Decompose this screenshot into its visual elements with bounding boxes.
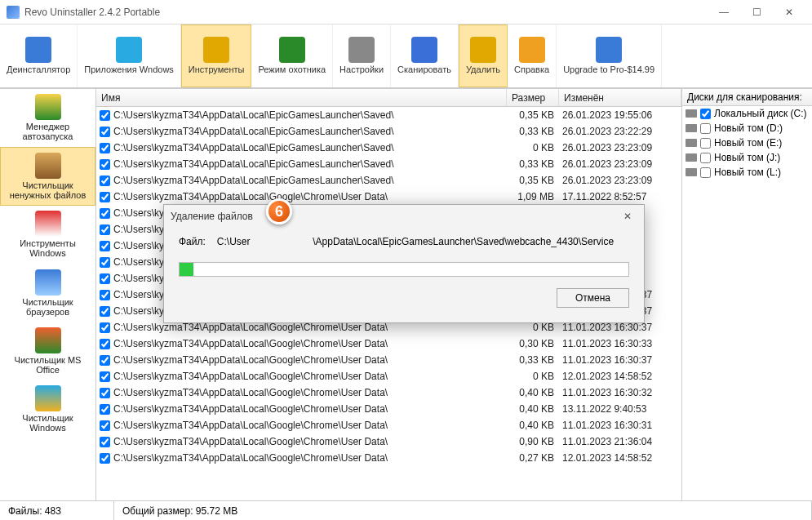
row-checkbox[interactable]: [100, 339, 110, 349]
toolbar-сканировать[interactable]: Сканировать: [391, 24, 459, 87]
cell-name: C:\Users\kyzmaT34\AppData\Local\EpicGame…: [113, 109, 507, 121]
disk-checkbox[interactable]: [700, 153, 711, 163]
table-row[interactable]: C:\Users\kyzmaT34\AppData\Local\EpicGame…: [96, 140, 681, 156]
table-row[interactable]: C:\Users\kyzmaT34\AppData\Local\EpicGame…: [96, 107, 681, 123]
minimize-button[interactable]: —: [708, 1, 740, 24]
table-row[interactable]: C:\Users\kyzmaT34\AppData\Local\Google\C…: [96, 189, 681, 205]
cancel-button[interactable]: Отмена: [557, 288, 629, 308]
disk-item[interactable]: Новый том (J:): [682, 150, 812, 165]
col-name[interactable]: Имя: [96, 89, 507, 106]
maximize-button[interactable]: ☐: [740, 1, 773, 24]
row-checkbox[interactable]: [100, 322, 110, 333]
cell-name: C:\Users\kyzmaT34\AppData\Local\Google\C…: [113, 354, 507, 366]
row-checkbox[interactable]: [100, 110, 110, 121]
table-row[interactable]: C:\Users\kyzmaT34\AppData\Local\Google\C…: [96, 450, 681, 466]
table-row[interactable]: C:\Users\kyzmaT34\AppData\Local\Google\C…: [96, 433, 681, 450]
row-checkbox[interactable]: [100, 388, 110, 398]
side-item[interactable]: Чистильщик Windows: [0, 380, 95, 438]
side-icon: [35, 269, 61, 296]
row-checkbox[interactable]: [100, 159, 110, 170]
toolbar-инструменты[interactable]: Инструменты: [181, 24, 252, 87]
table-row[interactable]: C:\Users\kyzmaT34\AppData\Local\EpicGame…: [96, 156, 681, 172]
dialog-close-button[interactable]: ✕: [618, 208, 637, 224]
row-checkbox[interactable]: [100, 241, 110, 251]
table-row[interactable]: C:\Users\kyzmaT34\AppData\Local\Google\C…: [96, 368, 681, 384]
row-checkbox[interactable]: [100, 208, 110, 219]
disk-checkbox[interactable]: [700, 138, 711, 149]
toolbar-upgrade-to-pro-14-99[interactable]: Upgrade to Pro-$14.99: [557, 24, 662, 87]
row-checkbox[interactable]: [100, 290, 110, 300]
table-row[interactable]: C:\Users\kyzmaT34\AppData\Local\Google\C…: [96, 417, 681, 433]
disk-checkbox[interactable]: [700, 167, 711, 178]
cell-modified: 26.01.2023 19:55:06: [559, 109, 681, 121]
disk-item[interactable]: Локальный диск (C:): [682, 106, 812, 121]
row-checkbox[interactable]: [100, 404, 110, 415]
row-checkbox[interactable]: [100, 371, 110, 382]
cell-name: C:\Users\kyzmaT34\AppData\Local\EpicGame…: [113, 142, 507, 153]
cell-modified: 11.01.2023 16:30:37: [559, 322, 681, 333]
cell-modified: 26.01.2023 23:23:09: [559, 142, 681, 153]
close-button[interactable]: ✕: [773, 1, 805, 24]
table-row[interactable]: C:\Users\kyzmaT34\AppData\Local\Google\C…: [96, 352, 681, 368]
toolbar-icon: [470, 37, 496, 63]
cell-size: 0 KB: [507, 371, 559, 382]
row-checkbox[interactable]: [100, 127, 110, 137]
disk-item[interactable]: Новый том (E:): [682, 136, 812, 150]
row-checkbox[interactable]: [100, 355, 110, 366]
side-item[interactable]: Чистильщик ненужных файлов: [0, 147, 95, 206]
progress-fill: [180, 263, 193, 276]
row-checkbox[interactable]: [100, 306, 110, 317]
toolbar-icon: [519, 37, 545, 63]
row-checkbox[interactable]: [100, 257, 110, 268]
side-item[interactable]: Менеджер автозапуска: [0, 89, 95, 147]
disk-item[interactable]: Новый том (D:): [682, 121, 812, 136]
col-size[interactable]: Размер: [507, 89, 559, 106]
side-panel: Менеджер автозапускаЧистильщик ненужных …: [0, 89, 96, 500]
side-item[interactable]: Инструменты Windows: [0, 206, 95, 264]
cell-modified: 26.01.2023 23:23:09: [559, 175, 681, 186]
cell-modified: 12.01.2023 14:58:52: [559, 371, 681, 382]
row-checkbox[interactable]: [100, 420, 110, 431]
row-checkbox[interactable]: [100, 273, 110, 284]
row-checkbox[interactable]: [100, 176, 110, 186]
row-checkbox[interactable]: [100, 224, 110, 235]
dialog-file-path: C:\User \AppData\Local\EpicGamesLauncher…: [217, 236, 614, 247]
toolbar-приложения-wndows[interactable]: Приложения Wndows: [78, 24, 181, 87]
cell-size: 0,27 KB: [507, 452, 559, 464]
disk-checkbox[interactable]: [700, 123, 711, 134]
disk-label: Новый том (D:): [714, 122, 783, 134]
side-icon: [35, 385, 61, 411]
cell-name: C:\Users\kyzmaT34\AppData\Local\EpicGame…: [113, 126, 507, 137]
cell-modified: 11.01.2023 16:30:31: [559, 420, 681, 431]
toolbar-удалить[interactable]: Удалить: [459, 24, 508, 87]
table-row[interactable]: C:\Users\kyzmaT34\AppData\Local\EpicGame…: [96, 172, 681, 189]
side-label: Чистильщик ненужных файлов: [4, 180, 91, 200]
cell-size: 0,40 KB: [507, 420, 559, 431]
toolbar-label: Upgrade to Pro-$14.99: [563, 64, 654, 74]
col-modified[interactable]: Изменён: [559, 89, 681, 106]
side-icon: [35, 211, 61, 237]
toolbar-справка[interactable]: Справка: [508, 24, 557, 87]
disk-item[interactable]: Новый том (L:): [682, 165, 812, 180]
side-item[interactable]: Чистильщик браузеров: [0, 264, 95, 322]
toolbar-настройки[interactable]: Настройки: [333, 24, 391, 87]
cell-name: C:\Users\kyzmaT34\AppData\Local\Google\C…: [113, 322, 507, 333]
table-row[interactable]: C:\Users\kyzmaT34\AppData\Local\Google\C…: [96, 384, 681, 401]
toolbar-режим-охотника[interactable]: Режим охотника: [251, 24, 333, 87]
disk-checkbox[interactable]: [700, 109, 711, 119]
row-checkbox[interactable]: [100, 437, 110, 447]
row-checkbox[interactable]: [100, 453, 110, 464]
toolbar-label: Настройки: [339, 64, 384, 74]
table-row[interactable]: C:\Users\kyzmaT34\AppData\Local\Google\C…: [96, 401, 681, 417]
side-item[interactable]: Чистильщик MS Office: [0, 322, 95, 380]
disk-label: Локальный диск (C:): [714, 108, 807, 119]
row-checkbox[interactable]: [100, 143, 110, 153]
drive-icon: [686, 153, 697, 162]
row-checkbox[interactable]: [100, 192, 110, 202]
cell-modified: 26.01.2023 23:23:09: [559, 158, 681, 170]
toolbar-деинсталлятор[interactable]: Деинсталлятор: [0, 24, 78, 87]
disk-label: Новый том (J:): [714, 152, 780, 163]
side-label: Чистильщик Windows: [3, 413, 92, 433]
table-row[interactable]: C:\Users\kyzmaT34\AppData\Local\Google\C…: [96, 336, 681, 352]
table-row[interactable]: C:\Users\kyzmaT34\AppData\Local\EpicGame…: [96, 123, 681, 140]
